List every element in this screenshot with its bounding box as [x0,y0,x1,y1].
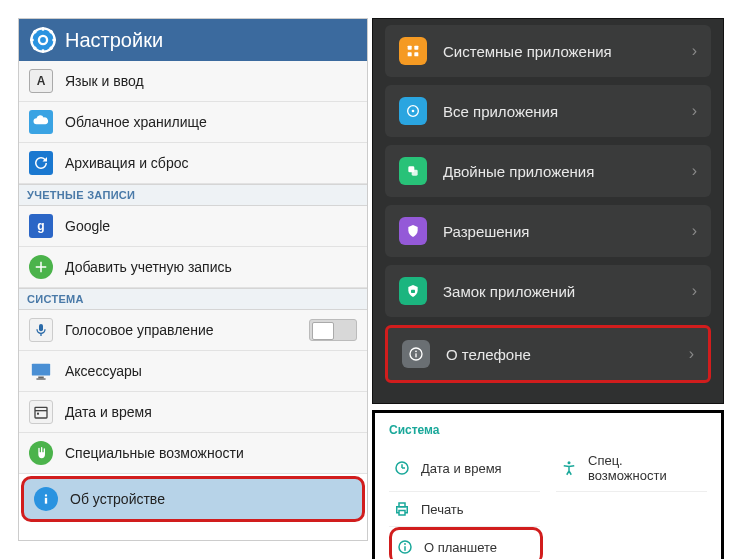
svg-point-27 [412,110,415,113]
info-icon [396,538,414,556]
voice-toggle[interactable] [309,319,357,341]
item-label: Дата и время [65,404,357,420]
svg-rect-33 [415,353,416,357]
chevron-right-icon: › [692,162,697,180]
chevron-right-icon: › [692,102,697,120]
item-label: Аксессуары [65,363,357,379]
svg-line-9 [50,31,52,33]
empty-cell [556,492,707,527]
google-g-icon: g [29,214,53,238]
section-system: СИСТЕМА [19,288,367,310]
item-label: О телефоне [446,346,689,363]
monitor-icon [29,359,53,383]
item-add-account[interactable]: Добавить учетную запись [19,247,367,288]
lock-shield-icon [399,277,427,305]
svg-line-7 [50,47,52,49]
item-label: Язык и ввод [65,73,357,89]
info-icon [402,340,430,368]
chevron-right-icon: › [692,282,697,300]
plus-icon [29,255,53,279]
settings-header: Настройки [19,19,367,61]
svg-rect-29 [412,170,418,176]
item-about-device[interactable]: Об устройстве [21,476,365,522]
chevron-right-icon: › [692,222,697,240]
item-label: О планшете [424,540,497,555]
svg-rect-43 [404,546,406,551]
grid-icon [399,37,427,65]
shield-icon [399,217,427,245]
svg-line-8 [34,47,36,49]
item-language-input[interactable]: A Язык и ввод [19,61,367,102]
item-label: Google [65,218,357,234]
svg-line-6 [34,31,36,33]
hand-icon [29,441,53,465]
item-accessories[interactable]: Аксессуары [19,351,367,392]
accessibility-icon [560,459,578,477]
svg-point-20 [45,494,47,496]
item-all-apps[interactable]: Все приложения › [385,85,711,137]
gear-icon [29,26,57,54]
svg-rect-12 [39,324,43,331]
settings-panel-tablet: Система Дата и время Спец. возможности П… [372,410,724,559]
svg-rect-22 [408,46,412,50]
item-backup-reset[interactable]: Архивация и сброс [19,143,367,184]
item-label: Разрешения [443,223,692,240]
item-about-tablet[interactable]: О планшете [389,527,543,559]
item-label: Двойные приложения [443,163,692,180]
item-permissions[interactable]: Разрешения › [385,205,711,257]
svg-rect-19 [37,413,39,415]
svg-rect-25 [414,52,418,56]
svg-rect-14 [32,364,50,376]
printer-icon [393,500,411,518]
item-label: Печать [421,502,464,517]
circle-dots-icon [399,97,427,125]
item-accessibility[interactable]: Спец. возможности [556,445,707,492]
svg-rect-24 [408,52,412,56]
item-label: Об устройстве [70,491,352,507]
item-label: Замок приложений [443,283,692,300]
item-label: Голосовое управление [65,322,309,338]
svg-rect-15 [38,377,44,379]
item-google-account[interactable]: g Google [19,206,367,247]
item-system-apps[interactable]: Системные приложения › [385,25,711,77]
item-date-time[interactable]: Дата и время [19,392,367,433]
item-label: Дата и время [421,461,502,476]
item-voice-control[interactable]: Голосовое управление [19,310,367,351]
item-about-phone[interactable]: О телефоне › [385,325,711,383]
svg-rect-40 [399,511,405,516]
settings-panel-samsung: Настройки A Язык и ввод Облачное хранили… [18,18,368,541]
svg-rect-30 [411,290,415,293]
item-label: Все приложения [443,103,692,120]
svg-text:g: g [37,219,44,233]
svg-rect-23 [414,46,418,50]
svg-text:A: A [37,74,46,88]
item-print[interactable]: Печать [389,492,540,527]
item-label: Добавить учетную запись [65,259,357,275]
svg-rect-17 [35,407,47,418]
cloud-icon [29,110,53,134]
calendar-icon [29,400,53,424]
item-date-time[interactable]: Дата и время [389,445,540,492]
item-label: Специальные возможности [65,445,357,461]
empty-cell [559,527,707,559]
letter-a-icon: A [29,69,53,93]
item-cloud-storage[interactable]: Облачное хранилище [19,102,367,143]
item-dual-apps[interactable]: Двойные приложения › [385,145,711,197]
chevron-right-icon: › [689,345,694,363]
system-section-header: Система [389,423,707,437]
dual-icon [399,157,427,185]
clock-icon [393,459,411,477]
item-label: Архивация и сброс [65,155,357,171]
item-accessibility[interactable]: Специальные возможности [19,433,367,474]
item-label: Спец. возможности [588,453,703,483]
svg-rect-39 [399,503,405,507]
refresh-icon [29,151,53,175]
item-app-lock[interactable]: Замок приложений › [385,265,711,317]
svg-rect-16 [36,378,45,379]
settings-panel-miui: Системные приложения › Все приложения › … [372,18,724,404]
item-label: Системные приложения [443,43,692,60]
chevron-right-icon: › [692,42,697,60]
svg-point-32 [415,350,417,352]
settings-title: Настройки [65,29,163,52]
svg-rect-21 [45,498,47,504]
